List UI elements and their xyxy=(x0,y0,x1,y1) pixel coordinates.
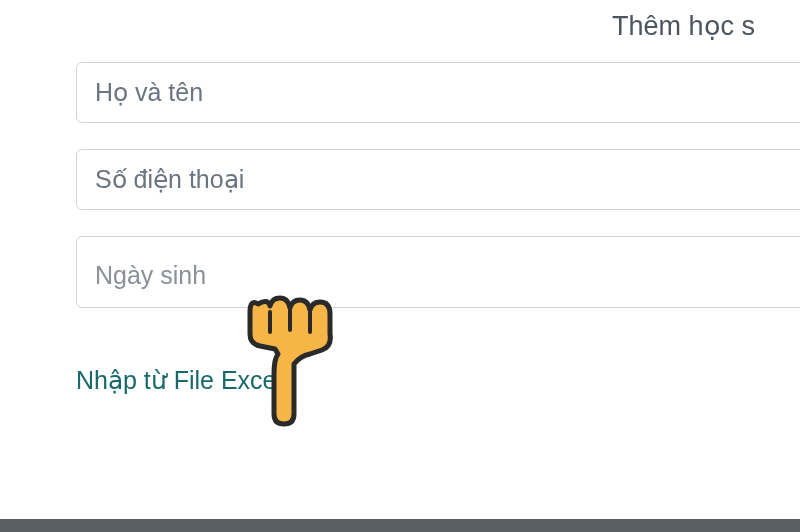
phone-input[interactable] xyxy=(76,149,800,210)
name-input[interactable] xyxy=(76,62,800,123)
add-student-form: Nhập từ File Excel xyxy=(76,62,800,395)
footer-bar xyxy=(0,519,800,532)
import-excel-link[interactable]: Nhập từ File Excel xyxy=(76,366,282,395)
page-title: Thêm học s xyxy=(612,10,755,42)
birthdate-input[interactable] xyxy=(76,236,800,308)
